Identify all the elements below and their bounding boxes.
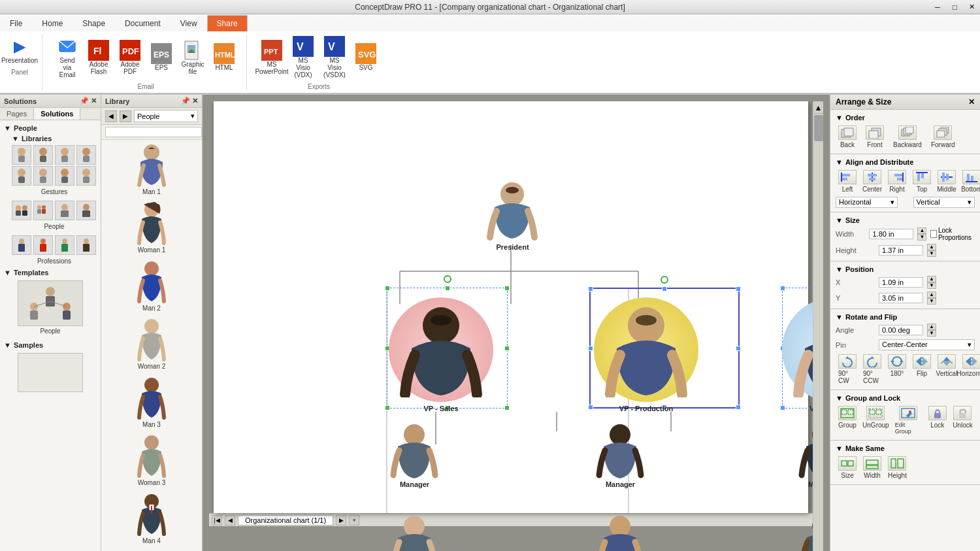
- professions-thumb-2[interactable]: [33, 235, 53, 255]
- rotate-cw-button[interactable]: 90° CW: [836, 353, 859, 386]
- tab-view[interactable]: View: [171, 14, 207, 31]
- lock-proportions-label[interactable]: Lock Proportions: [930, 227, 975, 241]
- gesture-thumb-6[interactable]: [33, 166, 53, 186]
- lib-forward-button[interactable]: ▶: [120, 110, 131, 122]
- rp-order-header[interactable]: ▼ Order: [830, 112, 980, 123]
- handle-tl-sales[interactable]: [385, 286, 390, 291]
- ungroup-button[interactable]: UnGroup: [860, 405, 891, 436]
- handle-ml-prod[interactable]: [588, 346, 593, 351]
- forward-button[interactable]: Forward: [928, 124, 958, 150]
- canvas-scrollbar-v[interactable]: ▲ ▼: [813, 101, 823, 551]
- gesture-thumb-1[interactable]: [12, 145, 31, 165]
- vp-prod-rotate-handle[interactable]: [661, 276, 668, 284]
- x-down[interactable]: ▼: [927, 282, 936, 289]
- rp-make-same-header[interactable]: ▼ Make Same: [830, 443, 980, 454]
- rp-align-header[interactable]: ▼ Align and Distribute: [830, 157, 980, 167]
- org-node-mgr4[interactable]: Manager: [390, 513, 439, 551]
- people-thumb-3[interactable]: [55, 201, 74, 220]
- make-same-size-button[interactable]: Size: [836, 455, 859, 480]
- unlock-button[interactable]: Unlock: [951, 405, 975, 436]
- angle-down[interactable]: ▼: [927, 330, 936, 337]
- flip-horizontal-button[interactable]: Horizontal: [960, 353, 980, 386]
- y-up[interactable]: ▲: [927, 292, 936, 298]
- gesture-thumb-4[interactable]: [76, 145, 96, 165]
- ms-visio-vsdx-button[interactable]: V MS Visio (VSDX): [320, 34, 349, 80]
- edit-group-button[interactable]: Edit Group: [892, 405, 924, 436]
- lib-item-woman3[interactable]: Woman 3: [104, 433, 199, 486]
- org-node-president[interactable]: President: [485, 180, 540, 251]
- sol-samples-header[interactable]: ▼ Samples: [3, 340, 98, 350]
- ms-visio-vdx-button[interactable]: V MS Visio (VDX): [289, 34, 318, 80]
- rp-group-header[interactable]: ▼ Group and Lock: [830, 393, 980, 403]
- handle-tl-prod[interactable]: [588, 286, 593, 292]
- backward-button[interactable]: Backward: [890, 124, 924, 150]
- adobe-pdf-button[interactable]: PDF Adobe PDF: [116, 38, 144, 77]
- gesture-thumb-7[interactable]: [55, 166, 74, 186]
- people-thumb-2[interactable]: [33, 201, 53, 220]
- professions-thumb-3[interactable]: [55, 235, 74, 255]
- tab-nav-prev[interactable]: ◀: [225, 515, 235, 526]
- width-up[interactable]: ▲: [917, 227, 926, 234]
- minimize-button[interactable]: ─: [929, 0, 946, 14]
- align-top-button[interactable]: Top: [910, 169, 934, 194]
- solutions-panel-controls[interactable]: 📌 ✕: [80, 97, 97, 105]
- pin-dropdown[interactable]: Center-Center ▾: [879, 339, 975, 350]
- lib-item-woman2[interactable]: Woman 2: [104, 317, 199, 370]
- tab-file[interactable]: File: [0, 14, 32, 31]
- tab-nav-first[interactable]: |◀: [212, 515, 222, 526]
- professions-thumb-4[interactable]: [76, 235, 96, 255]
- window-controls[interactable]: ─ □ ✕: [929, 0, 980, 14]
- canvas[interactable]: President: [214, 101, 808, 513]
- lib-back-button[interactable]: ◀: [105, 110, 117, 122]
- people-thumb-4[interactable]: [76, 201, 96, 220]
- org-node-mgr6[interactable]: Manager: [798, 513, 813, 551]
- height-input[interactable]: [879, 245, 923, 256]
- org-node-vp-production[interactable]: VP - Production: [594, 297, 698, 412]
- align-middle-button[interactable]: Middle: [935, 169, 958, 194]
- handle-tl-mkt[interactable]: [780, 286, 785, 291]
- width-input[interactable]: [869, 229, 913, 239]
- gesture-thumb-3[interactable]: [55, 145, 74, 165]
- gesture-thumb-2[interactable]: [33, 145, 53, 165]
- presentation-button[interactable]: ▶ Presentation: [5, 34, 34, 66]
- rotate-180-button[interactable]: 180°: [885, 353, 909, 386]
- make-same-height-button[interactable]: Height: [885, 455, 909, 480]
- gesture-thumb-8[interactable]: [76, 166, 96, 186]
- lib-item-man2[interactable]: Man 2: [104, 259, 199, 312]
- close-button[interactable]: ✕: [963, 0, 980, 14]
- vp-sales-rotate-handle[interactable]: [444, 275, 451, 283]
- canvas-tab-1[interactable]: Organizational chart (1/1): [238, 515, 333, 526]
- height-up[interactable]: ▲: [927, 244, 936, 250]
- y-input[interactable]: [879, 293, 923, 303]
- lock-button[interactable]: Lock: [926, 405, 949, 436]
- tab-pages[interactable]: Pages: [0, 108, 34, 120]
- handle-mr-prod[interactable]: [736, 346, 741, 351]
- professions-thumb-1[interactable]: [12, 235, 31, 255]
- library-panel-controls[interactable]: 📌 ✕: [181, 97, 198, 105]
- ms-powerpoint-button[interactable]: PPT MS PowerPoint: [257, 38, 286, 77]
- eps-button[interactable]: EPS EPS: [147, 41, 176, 73]
- tab-shape[interactable]: Shape: [73, 14, 115, 31]
- tab-document[interactable]: Document: [115, 14, 171, 31]
- org-node-mgr1[interactable]: Manager: [390, 422, 439, 488]
- svg-button[interactable]: SVG SVG: [351, 41, 380, 73]
- front-button[interactable]: Front: [863, 124, 887, 150]
- align-h-dropdown[interactable]: Horizontal ▾: [836, 197, 898, 208]
- maximize-button[interactable]: □: [946, 0, 963, 14]
- handle-tm-sales[interactable]: [445, 286, 450, 291]
- sol-templates-header[interactable]: ▼ Templates: [3, 267, 98, 278]
- org-node-mgr3[interactable]: Manager: [798, 422, 813, 488]
- tab-nav-add[interactable]: +: [349, 515, 359, 526]
- tab-share[interactable]: Share: [207, 15, 248, 32]
- org-node-vp-sales[interactable]: VP - Sales: [389, 297, 493, 412]
- lib-item-man1[interactable]: Man 1: [104, 142, 199, 195]
- canvas-scroll-area[interactable]: President: [209, 101, 813, 551]
- align-v-dropdown[interactable]: Vertical ▾: [913, 197, 975, 208]
- height-down[interactable]: ▼: [927, 250, 936, 257]
- align-left-button[interactable]: Left: [836, 169, 859, 194]
- lib-dropdown[interactable]: People ▾: [134, 110, 198, 122]
- x-up[interactable]: ▲: [927, 276, 936, 282]
- canvas-wrapper[interactable]: President: [203, 95, 830, 551]
- org-node-mgr5[interactable]: Manager: [596, 513, 645, 551]
- angle-up[interactable]: ▲: [927, 324, 936, 330]
